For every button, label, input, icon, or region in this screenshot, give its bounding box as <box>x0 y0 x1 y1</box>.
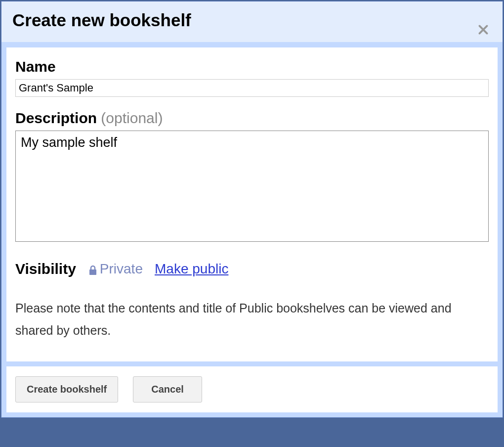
name-field-group: Name <box>15 58 489 97</box>
name-input[interactable] <box>15 79 489 97</box>
svg-rect-2 <box>89 269 96 275</box>
visibility-status-text: Private <box>100 261 143 277</box>
name-label: Name <box>15 58 56 75</box>
create-bookshelf-dialog: Create new bookshelf Name Description (o… <box>1 1 503 418</box>
description-label: Description <box>15 110 97 126</box>
visibility-note: Please note that the contents and title … <box>15 297 489 342</box>
dialog-title: Create new bookshelf <box>12 10 492 30</box>
create-bookshelf-button[interactable]: Create bookshelf <box>15 376 118 402</box>
description-textarea[interactable] <box>15 131 489 242</box>
description-optional-label: (optional) <box>97 110 163 126</box>
cancel-button[interactable]: Cancel <box>133 376 202 402</box>
visibility-label: Visibility <box>15 261 76 277</box>
visibility-status: Private <box>88 261 143 277</box>
visibility-row: Visibility Private Make public <box>15 261 489 277</box>
lock-icon <box>88 261 98 277</box>
dialog-footer: Create bookshelf Cancel <box>6 366 498 412</box>
description-field-group: Description (optional) <box>15 110 489 244</box>
close-icon[interactable] <box>477 23 490 38</box>
dialog-body: Name Description (optional) Visibility P… <box>6 47 498 361</box>
dialog-header: Create new bookshelf <box>1 1 503 43</box>
make-public-link[interactable]: Make public <box>155 261 228 277</box>
